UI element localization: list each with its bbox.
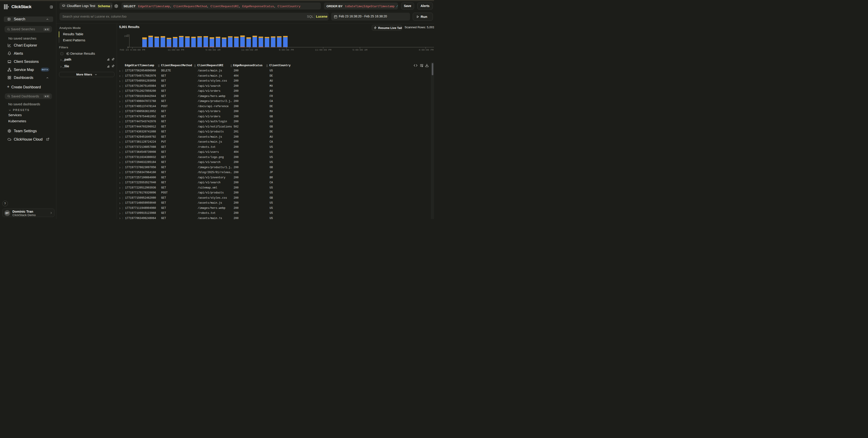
svg-text:5:00:00 AM: 5:00:00 AM: [205, 48, 220, 51]
svg-text:11:00:00 PM: 11:00:00 PM: [167, 48, 184, 51]
svg-text:240: 240: [124, 35, 129, 37]
svg-text:Feb 23 4:00:00 PM: Feb 23 4:00:00 PM: [120, 48, 145, 51]
svg-text:4:00:00 PM: 4:00:00 PM: [418, 48, 434, 51]
svg-text:5:00:00 AM: 5:00:00 AM: [352, 48, 367, 51]
svg-text:11:00:00 PM: 11:00:00 PM: [315, 48, 332, 51]
svg-text:5:00:00 PM: 5:00:00 PM: [279, 48, 294, 51]
svg-text:11:00:00 AM: 11:00:00 AM: [241, 48, 258, 51]
